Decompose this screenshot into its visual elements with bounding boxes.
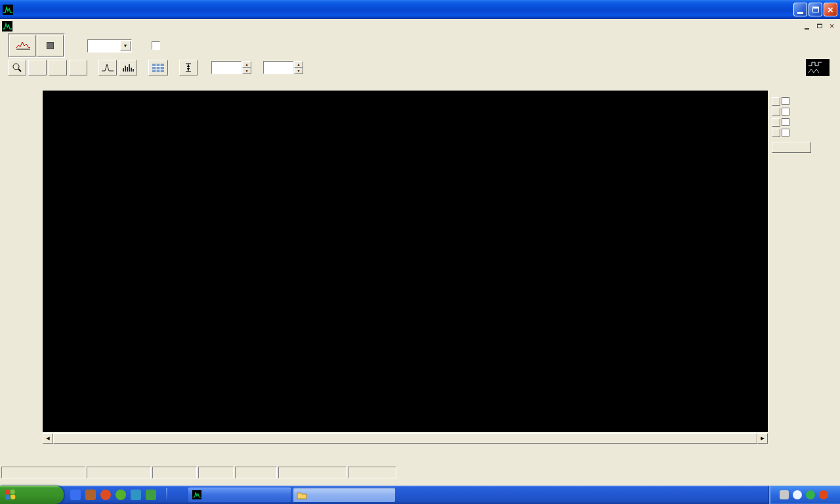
overlay-1-checkbox[interactable]: [782, 97, 789, 105]
mdi-close-icon: ×: [830, 22, 835, 30]
plot-top-down-button[interactable]: ▼: [242, 68, 251, 74]
scroll-left-arrow-icon[interactable]: ◀: [43, 433, 53, 444]
quick-launch: [70, 488, 167, 501]
scale-range-button[interactable]: [179, 60, 198, 75]
ibeam-arrows-icon: [183, 62, 194, 73]
plot-range-up-button[interactable]: ▲: [294, 61, 303, 68]
stop-button[interactable]: [37, 35, 64, 56]
zoom-out-full-button[interactable]: [69, 60, 87, 75]
title-bar: ×: [0, 0, 840, 19]
overlay-row-3: [772, 117, 839, 127]
start-button[interactable]: [0, 486, 64, 504]
quick-launch-icon-1[interactable]: [70, 490, 81, 500]
close-icon: ×: [828, 5, 833, 14]
avg-dropdown-arrow-icon[interactable]: ▼: [120, 41, 131, 51]
tray-icon-2[interactable]: [793, 490, 802, 499]
overlay-3-set-button[interactable]: [772, 118, 780, 127]
quick-launch-icon-3[interactable]: [100, 490, 111, 500]
run-button[interactable]: [9, 35, 36, 56]
status-window-function: [348, 467, 396, 478]
stop-icon: [47, 42, 54, 49]
tray-icon-1[interactable]: [780, 490, 789, 499]
plot-top-input[interactable]: [211, 61, 242, 74]
status-run-state: [1, 467, 85, 478]
overlays-panel: [772, 80, 839, 153]
plot-top-spinner: ▲ ▼: [242, 61, 251, 74]
overlay-2-checkbox[interactable]: [782, 108, 789, 116]
mdi-minimize-button[interactable]: [801, 21, 812, 31]
x-axis-ticks: [43, 447, 768, 455]
quick-launch-icon-5[interactable]: [131, 490, 141, 500]
status-mode: [87, 467, 151, 478]
menu-options[interactable]: [49, 24, 58, 28]
menu-view[interactable]: [40, 24, 49, 28]
y-axis-ticks: [12, 91, 41, 432]
task-button-folder[interactable]: [293, 488, 395, 502]
run-stop-group: [8, 33, 65, 58]
menu-config[interactable]: [68, 24, 77, 28]
tray-icon-4[interactable]: [819, 490, 828, 499]
menu-edit[interactable]: [22, 24, 31, 28]
zoom-tool-button[interactable]: [8, 60, 26, 75]
minimize-button[interactable]: [793, 3, 807, 16]
zoom-out-2x-button[interactable]: [49, 60, 67, 75]
close-button[interactable]: ×: [824, 3, 837, 16]
minimize-icon: [797, 12, 803, 14]
mdi-close-button[interactable]: ×: [826, 21, 837, 31]
menu-license[interactable]: [77, 24, 86, 28]
folder-icon: [297, 491, 307, 499]
overlays-options-button[interactable]: [772, 142, 811, 153]
mdi-restore-button[interactable]: [814, 21, 825, 31]
magnifier-icon: [12, 62, 22, 73]
restore-button[interactable]: [808, 3, 822, 16]
spectrum-plot[interactable]: [43, 91, 768, 432]
bars-icon: [121, 63, 135, 72]
overlay-row-2: [772, 106, 839, 117]
avg-dropdown[interactable]: ▼: [87, 39, 132, 52]
taskbar-separator: [166, 488, 167, 501]
display-grid-button[interactable]: [148, 60, 168, 75]
plot-top-up-button[interactable]: ▲: [242, 61, 251, 68]
status-sample-rate: [152, 467, 197, 478]
status-bar: [0, 467, 840, 480]
overlay-1-set-button[interactable]: [772, 97, 780, 106]
plot-range-spinner: ▲ ▼: [294, 61, 303, 74]
task-buttons: [188, 488, 395, 502]
mdi-minimize-icon: [805, 28, 809, 30]
overlay-4-set-button[interactable]: [772, 129, 780, 137]
spectrum-chart: [43, 91, 768, 432]
plot-range-down-button[interactable]: ▼: [294, 68, 303, 74]
menu-mode[interactable]: [31, 24, 40, 28]
signal-generator-icon[interactable]: [806, 59, 830, 76]
menu-file[interactable]: [12, 24, 22, 28]
quick-launch-icon-2[interactable]: [85, 490, 96, 500]
menu-help[interactable]: [95, 24, 104, 28]
spectralab-window: × ×: [0, 0, 840, 504]
peak-hold-checkbox[interactable]: [152, 41, 160, 50]
curve-icon: [101, 63, 114, 72]
overlay-4-checkbox[interactable]: [782, 129, 789, 136]
status-bit-depth: [198, 467, 234, 478]
quick-launch-icon-6[interactable]: [146, 490, 156, 500]
plot-range-input[interactable]: [263, 61, 293, 74]
task-button-spectralab[interactable]: [188, 488, 291, 502]
overlay-3-checkbox[interactable]: [782, 118, 789, 126]
spectrum-curve-button[interactable]: [98, 60, 117, 75]
menu-window[interactable]: [86, 24, 95, 28]
quick-launch-icon-4[interactable]: [116, 490, 126, 500]
scrollbar-thumb[interactable]: [53, 433, 757, 444]
system-tray: [768, 486, 840, 504]
zoom-in-2x-button[interactable]: [28, 60, 47, 75]
main-toolbar: ▼: [0, 33, 840, 58]
status-channels: [235, 467, 277, 478]
tray-icon-3[interactable]: [806, 490, 815, 499]
spectrum-bars-button[interactable]: [119, 60, 137, 75]
scroll-right-arrow-icon[interactable]: ▶: [757, 433, 768, 444]
mdi-restore-icon: [817, 24, 822, 28]
taskbar: [0, 486, 840, 504]
menu-utilities[interactable]: [58, 24, 68, 28]
mdi-child-icon[interactable]: [2, 21, 12, 32]
restore-icon: [812, 7, 819, 12]
overlay-2-set-button[interactable]: [772, 108, 780, 116]
plot-horizontal-scrollbar[interactable]: ◀ ▶: [43, 433, 768, 444]
